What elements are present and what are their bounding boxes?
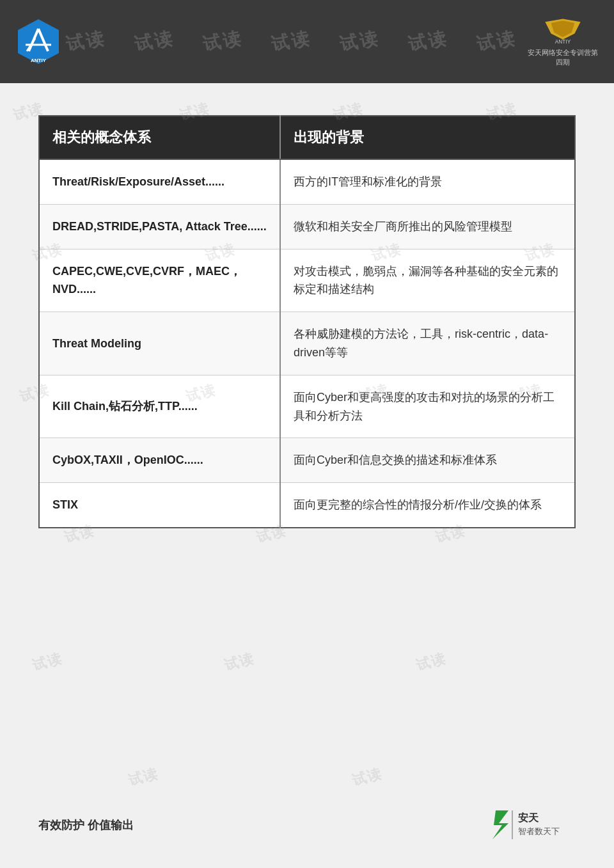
table-cell-right-6: 面向更完整的综合性的情报分析/作业/交换的体系: [280, 483, 575, 528]
svg-text:ANTIY: ANTIY: [31, 58, 47, 63]
header-brand: ANTIY 安天网络安全专训营第四期: [524, 16, 601, 67]
header-watermark-4: 试读: [269, 26, 313, 57]
table-cell-right-2: 对攻击模式，脆弱点，漏洞等各种基础的安全元素的标定和描述结构: [280, 249, 575, 312]
table-cell-left-6: STIX: [39, 483, 280, 528]
header-watermark-5: 试读: [338, 26, 381, 57]
svg-text:安天: 安天: [517, 812, 539, 823]
header-watermark-3: 试读: [201, 26, 244, 57]
table-cell-right-4: 面向Cyber和更高强度的攻击和对抗的场景的分析工具和分析方法: [280, 375, 575, 438]
table-cell-left-0: Threat/Risk/Exposure/Asset......: [39, 159, 280, 204]
header-brand-subtitle: 安天网络安全专训营第四期: [524, 48, 601, 67]
svg-rect-10: [512, 810, 513, 839]
table-row: Kill Chain,钻石分析,TTP......面向Cyber和更高强度的攻击…: [39, 375, 575, 438]
footer-left-text: 有效防护 价值输出: [38, 817, 134, 833]
concept-table: 相关的概念体系 出现的背景 Threat/Risk/Exposure/Asset…: [38, 115, 576, 528]
svg-marker-9: [492, 810, 508, 839]
watermark-19: 试读: [350, 764, 384, 790]
svg-text:智者数天下: 智者数天下: [518, 826, 560, 836]
table-cell-right-0: 西方的IT管理和标准化的背景: [280, 159, 575, 204]
watermark-17: 试读: [414, 649, 448, 675]
table-row: STIX面向更完整的综合性的情报分析/作业/交换的体系: [39, 483, 575, 528]
svg-text:ANTIY: ANTIY: [555, 39, 571, 45]
watermark-16: 试读: [222, 649, 256, 675]
table-cell-right-3: 各种威胁建模的方法论，工具，risk-centric，data-driven等等: [280, 312, 575, 375]
table-cell-left-2: CAPEC,CWE,CVE,CVRF，MAEC，NVD......: [39, 249, 280, 312]
header-watermark-2: 试读: [132, 26, 176, 57]
table-cell-left-1: DREAD,STRIDE,PASTA, Attack Tree......: [39, 204, 280, 249]
table-row: DREAD,STRIDE,PASTA, Attack Tree......微软和…: [39, 204, 575, 249]
table-cell-right-5: 面向Cyber和信息交换的描述和标准体系: [280, 438, 575, 483]
footer: 有效防护 价值输出 安天 智者数天下: [0, 807, 614, 842]
main-content: 相关的概念体系 出现的背景 Threat/Risk/Exposure/Asset…: [0, 83, 614, 560]
header: ANTIY 试读 试读 试读 试读 试读 试读 试读 ANTIY 安天网络安全专…: [0, 0, 614, 83]
table-cell-left-4: Kill Chain,钻石分析,TTP......: [39, 375, 280, 438]
table-cell-left-5: CybOX,TAXII，OpenIOC......: [39, 438, 280, 483]
table-right-header: 出现的背景: [280, 116, 575, 159]
watermark-15: 试读: [30, 649, 65, 675]
header-watermark-7: 试读: [475, 26, 519, 57]
header-watermark-6: 试读: [406, 26, 450, 57]
table-row: CAPEC,CWE,CVE,CVRF，MAEC，NVD......对攻击模式，脆…: [39, 249, 575, 312]
footer-brand: 安天 智者数天下: [486, 807, 576, 842]
header-watermark-1: 试读: [64, 26, 107, 57]
watermark-18: 试读: [126, 764, 161, 790]
table-row: CybOX,TAXII，OpenIOC......面向Cyber和信息交换的描述…: [39, 438, 575, 483]
table-row: Threat Modeling各种威胁建模的方法论，工具，risk-centri…: [39, 312, 575, 375]
header-watermarks: 试读 试读 试读 试读 试读 试读 试读: [51, 0, 531, 83]
table-cell-right-1: 微软和相关安全厂商所推出的风险管理模型: [280, 204, 575, 249]
table-left-header: 相关的概念体系: [39, 116, 280, 159]
table-row: Threat/Risk/Exposure/Asset......西方的IT管理和…: [39, 159, 575, 204]
table-cell-left-3: Threat Modeling: [39, 312, 280, 375]
